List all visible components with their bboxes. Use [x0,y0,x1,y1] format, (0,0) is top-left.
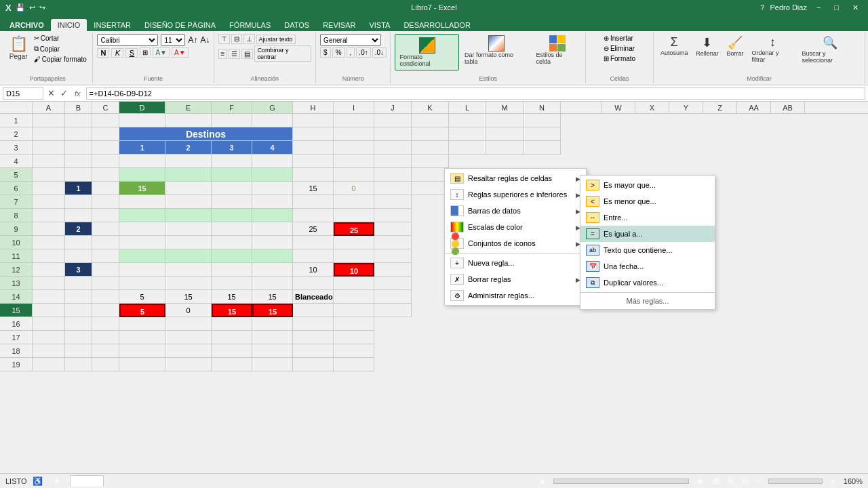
cell-e14[interactable]: 15 [165,290,212,304]
cell-a6[interactable] [33,182,65,195]
cell-f9[interactable] [212,222,252,236]
tab-revisar[interactable]: REVISAR [316,19,362,31]
view-normal-btn[interactable]: ▤ [713,476,719,485]
cell-c9[interactable] [92,222,119,236]
cell-d5[interactable] [119,168,165,182]
cut-btn[interactable]: ✂Cortar [32,34,89,43]
cell-i2[interactable] [334,127,374,141]
menu-item-resaltar[interactable]: ▤ Resaltar reglas de celdas [445,170,586,186]
cell-b19[interactable] [65,358,92,371]
italic-btn[interactable]: K [111,48,123,58]
cell-f17[interactable] [212,331,252,344]
cell-a10[interactable] [33,236,65,249]
col-header-z[interactable]: Z [703,102,737,113]
cell-b4[interactable] [65,155,92,168]
row-header-12[interactable]: 12 [0,263,33,277]
cell-i18[interactable] [334,344,374,358]
cell-h13[interactable] [293,277,334,290]
menu-item-contiene[interactable]: ab Texto que contiene... [580,242,715,258]
col-header-k[interactable]: K [412,102,449,113]
menu-item-nueva[interactable]: + Nueva regla... [445,255,586,271]
cell-j11[interactable] [374,249,412,263]
cell-e8[interactable] [165,209,212,222]
cell-i8[interactable] [334,209,374,222]
cell-i4[interactable] [334,155,374,168]
cell-j1[interactable] [374,114,412,127]
col-header-b[interactable]: B [65,102,92,113]
align-bot-btn[interactable]: ⊥ [243,34,255,44]
row-header-15[interactable]: 15 [0,304,33,317]
cell-b2[interactable] [65,127,92,141]
cell-g17[interactable] [252,331,293,344]
cell-a13[interactable] [33,277,65,290]
cell-d8[interactable] [119,209,165,222]
cell-b12[interactable]: 3 [65,263,92,277]
row-header-1[interactable]: 1 [0,114,33,127]
cell-i11[interactable] [334,249,374,263]
cell-d6[interactable]: 15 [119,182,165,195]
cell-g16[interactable] [252,317,293,331]
cell-b16[interactable] [65,317,92,331]
cell-c12[interactable] [92,263,119,277]
zoom-slider[interactable] [768,479,823,484]
buscar-btn[interactable]: 🔍 Buscar y seleccionar [800,34,861,65]
font-shrink-btn[interactable]: A↓ [200,35,210,45]
cell-h18[interactable] [293,344,334,358]
cell-e15[interactable]: 0 [165,304,212,317]
cell-f3[interactable]: 3 [212,141,252,155]
cell-f11[interactable] [212,249,252,263]
cell-c17[interactable] [92,331,119,344]
cell-m1[interactable] [486,114,524,127]
align-mid-btn[interactable]: ⊟ [231,34,242,44]
cell-c8[interactable] [92,209,119,222]
rellenar-btn[interactable]: ⬇ Rellenar [693,34,721,58]
cell-i15[interactable] [334,304,374,317]
row-header-18[interactable]: 18 [0,344,33,358]
cell-i3[interactable] [334,141,374,155]
cell-b13[interactable] [65,277,92,290]
estilos-celda-btn[interactable]: Estilos de celda [533,34,581,66]
tab-formulas[interactable]: FÓRMULAS [222,19,277,31]
cell-f18[interactable] [212,344,252,358]
cell-a4[interactable] [33,155,65,168]
cell-g5[interactable] [252,168,293,182]
cell-c14[interactable] [92,290,119,304]
tab-inicio[interactable]: INICIO [51,19,87,31]
cancel-formula-icon[interactable]: ✕ [46,88,56,98]
cell-b11[interactable] [65,249,92,263]
cell-l1[interactable] [449,114,486,127]
row-header-3[interactable]: 3 [0,141,33,155]
col-header-aa[interactable]: AA [737,102,771,113]
cell-m2[interactable] [486,127,524,141]
menu-item-menor[interactable]: < Es menor que... [580,193,715,209]
cell-b7[interactable] [65,195,92,209]
sheet-tab-hoja1[interactable]: Hoja1 [70,475,104,487]
zoom-out-btn[interactable]: − [756,477,760,485]
cell-j10[interactable] [374,236,412,249]
merge-center-btn[interactable]: Combinar y centrar [254,45,311,62]
cell-d18[interactable] [119,344,165,358]
cell-h5[interactable] [293,168,334,182]
cell-c18[interactable] [92,344,119,358]
cell-a14[interactable] [33,290,65,304]
cell-g11[interactable] [252,249,293,263]
cell-c5[interactable] [92,168,119,182]
cell-f14[interactable]: 15 [212,290,252,304]
view-break-btn[interactable]: ⊟ [742,476,748,485]
cell-h14[interactable]: Blanceado [293,290,334,304]
cell-i14[interactable] [334,290,374,304]
cell-l2[interactable] [449,127,486,141]
cell-destinos[interactable]: Destinos [119,127,293,141]
cell-reference[interactable] [3,87,43,100]
cell-b3[interactable] [65,141,92,155]
decimal-dec-btn[interactable]: .0↓ [372,47,387,58]
borrar-btn[interactable]: 🧹 Borrar [724,34,747,58]
maximize-btn[interactable]: □ [830,3,843,12]
cell-d19[interactable] [119,358,165,371]
cell-b6[interactable]: 1 [65,182,92,195]
cell-e13[interactable] [165,277,212,290]
close-btn[interactable]: ✕ [848,3,863,12]
cell-c11[interactable] [92,249,119,263]
cell-n2[interactable] [524,127,561,141]
cell-a19[interactable] [33,358,65,371]
